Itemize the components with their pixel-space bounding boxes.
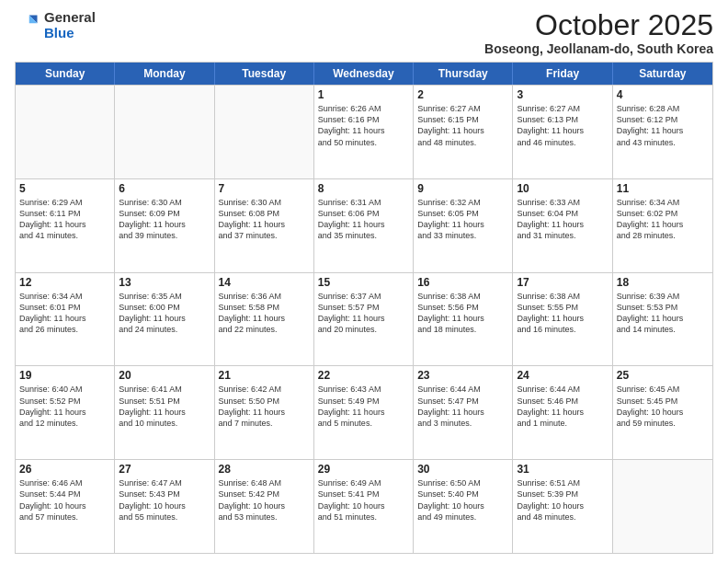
calendar-cell: 18Sunrise: 6:39 AM Sunset: 5:53 PM Dayli…: [613, 273, 712, 366]
calendar-cell: [16, 86, 115, 178]
cell-info: Sunrise: 6:31 AM Sunset: 6:06 PM Dayligh…: [318, 197, 409, 242]
cell-info: Sunrise: 6:33 AM Sunset: 6:04 PM Dayligh…: [517, 197, 608, 242]
cell-info: Sunrise: 6:28 AM Sunset: 6:12 PM Dayligh…: [617, 103, 709, 148]
day-number: 22: [318, 369, 409, 382]
logo-text: General Blue: [44, 9, 96, 41]
cell-info: Sunrise: 6:39 AM Sunset: 5:53 PM Dayligh…: [617, 291, 709, 336]
header-cell-sunday: Sunday: [16, 63, 115, 85]
day-number: 5: [19, 182, 110, 195]
cell-info: Sunrise: 6:44 AM Sunset: 5:47 PM Dayligh…: [417, 384, 508, 429]
calendar-cell: [115, 86, 214, 178]
calendar-cell: 4Sunrise: 6:28 AM Sunset: 6:12 PM Daylig…: [613, 86, 712, 178]
day-number: 13: [119, 276, 210, 289]
day-number: 18: [617, 276, 709, 289]
cell-info: Sunrise: 6:30 AM Sunset: 6:08 PM Dayligh…: [219, 197, 310, 242]
cell-info: Sunrise: 6:40 AM Sunset: 5:52 PM Dayligh…: [19, 384, 110, 429]
calendar-cell: 15Sunrise: 6:37 AM Sunset: 5:57 PM Dayli…: [314, 273, 414, 366]
calendar-row-4: 26Sunrise: 6:46 AM Sunset: 5:44 PM Dayli…: [16, 459, 712, 553]
cell-info: Sunrise: 6:46 AM Sunset: 5:44 PM Dayligh…: [19, 477, 110, 523]
day-number: 20: [119, 369, 210, 382]
cell-info: Sunrise: 6:44 AM Sunset: 5:46 PM Dayligh…: [517, 384, 608, 429]
calendar-body: 1Sunrise: 6:26 AM Sunset: 6:16 PM Daylig…: [16, 85, 712, 553]
calendar-cell: 13Sunrise: 6:35 AM Sunset: 6:00 PM Dayli…: [115, 273, 214, 366]
day-number: 6: [119, 182, 210, 195]
calendar-cell: 31Sunrise: 6:51 AM Sunset: 5:39 PM Dayli…: [513, 460, 612, 553]
cell-info: Sunrise: 6:35 AM Sunset: 6:00 PM Dayligh…: [119, 291, 210, 336]
calendar-cell: 16Sunrise: 6:38 AM Sunset: 5:56 PM Dayli…: [414, 273, 513, 366]
day-number: 12: [19, 276, 110, 289]
day-number: 11: [617, 182, 709, 195]
header-cell-saturday: Saturday: [613, 63, 712, 85]
day-number: 10: [517, 182, 608, 195]
cell-info: Sunrise: 6:32 AM Sunset: 6:05 PM Dayligh…: [417, 197, 508, 242]
day-number: 9: [417, 182, 508, 195]
day-number: 28: [219, 463, 310, 476]
day-number: 7: [219, 182, 310, 195]
calendar-cell: 23Sunrise: 6:44 AM Sunset: 5:47 PM Dayli…: [414, 366, 513, 459]
calendar-cell: 10Sunrise: 6:33 AM Sunset: 6:04 PM Dayli…: [513, 179, 612, 272]
day-number: 4: [617, 88, 709, 101]
cell-info: Sunrise: 6:27 AM Sunset: 6:15 PM Dayligh…: [417, 103, 508, 148]
header-cell-monday: Monday: [115, 63, 214, 85]
cell-info: Sunrise: 6:42 AM Sunset: 5:50 PM Dayligh…: [219, 384, 310, 429]
day-number: 24: [517, 369, 608, 382]
title-block: October 2025 Boseong, Jeollanam-do, Sout…: [484, 9, 713, 56]
calendar-row-2: 12Sunrise: 6:34 AM Sunset: 6:01 PM Dayli…: [16, 272, 712, 366]
cell-info: Sunrise: 6:49 AM Sunset: 5:41 PM Dayligh…: [318, 477, 409, 523]
cell-info: Sunrise: 6:34 AM Sunset: 6:01 PM Dayligh…: [19, 291, 110, 336]
calendar-cell: 24Sunrise: 6:44 AM Sunset: 5:46 PM Dayli…: [513, 366, 612, 459]
cell-info: Sunrise: 6:34 AM Sunset: 6:02 PM Dayligh…: [617, 197, 709, 242]
cell-info: Sunrise: 6:29 AM Sunset: 6:11 PM Dayligh…: [19, 197, 110, 242]
day-number: 2: [417, 88, 508, 101]
header-cell-thursday: Thursday: [414, 63, 513, 85]
cell-info: Sunrise: 6:36 AM Sunset: 5:58 PM Dayligh…: [219, 291, 310, 336]
calendar-cell: 8Sunrise: 6:31 AM Sunset: 6:06 PM Daylig…: [314, 179, 414, 272]
header-cell-tuesday: Tuesday: [215, 63, 314, 85]
calendar-cell: 6Sunrise: 6:30 AM Sunset: 6:09 PM Daylig…: [115, 179, 214, 272]
calendar-cell: 17Sunrise: 6:38 AM Sunset: 5:55 PM Dayli…: [513, 273, 612, 366]
day-number: 16: [417, 276, 508, 289]
day-number: 23: [417, 369, 508, 382]
logo-blue: Blue: [44, 25, 96, 40]
calendar-cell: [613, 460, 712, 553]
day-number: 8: [318, 182, 409, 195]
calendar-header-row: SundayMondayTuesdayWednesdayThursdayFrid…: [16, 63, 712, 85]
cell-info: Sunrise: 6:30 AM Sunset: 6:09 PM Dayligh…: [119, 197, 210, 242]
day-number: 21: [219, 369, 310, 382]
day-number: 30: [417, 463, 508, 476]
calendar-row-0: 1Sunrise: 6:26 AM Sunset: 6:16 PM Daylig…: [16, 85, 712, 178]
location: Boseong, Jeollanam-do, South Korea: [484, 41, 713, 56]
cell-info: Sunrise: 6:26 AM Sunset: 6:16 PM Dayligh…: [318, 103, 409, 148]
day-number: 3: [517, 88, 608, 101]
day-number: 31: [517, 463, 608, 476]
logo-icon: [15, 12, 40, 38]
cell-info: Sunrise: 6:27 AM Sunset: 6:13 PM Dayligh…: [517, 103, 608, 148]
calendar-cell: 22Sunrise: 6:43 AM Sunset: 5:49 PM Dayli…: [314, 366, 414, 459]
header-cell-friday: Friday: [513, 63, 612, 85]
cell-info: Sunrise: 6:47 AM Sunset: 5:43 PM Dayligh…: [119, 477, 210, 523]
calendar-cell: 26Sunrise: 6:46 AM Sunset: 5:44 PM Dayli…: [16, 460, 115, 553]
calendar-cell: 11Sunrise: 6:34 AM Sunset: 6:02 PM Dayli…: [613, 179, 712, 272]
cell-info: Sunrise: 6:50 AM Sunset: 5:40 PM Dayligh…: [417, 477, 508, 523]
day-number: 26: [19, 463, 110, 476]
header: General Blue October 2025 Boseong, Jeoll…: [15, 9, 713, 56]
cell-info: Sunrise: 6:45 AM Sunset: 5:45 PM Dayligh…: [617, 384, 709, 429]
month-title: October 2025: [484, 9, 713, 41]
day-number: 17: [517, 276, 608, 289]
header-cell-wednesday: Wednesday: [314, 63, 414, 85]
calendar-cell: 2Sunrise: 6:27 AM Sunset: 6:15 PM Daylig…: [414, 86, 513, 178]
logo: General Blue: [15, 9, 96, 41]
day-number: 1: [318, 88, 409, 101]
page: General Blue October 2025 Boseong, Jeoll…: [0, 0, 728, 563]
cell-info: Sunrise: 6:43 AM Sunset: 5:49 PM Dayligh…: [318, 384, 409, 429]
day-number: 19: [19, 369, 110, 382]
cell-info: Sunrise: 6:37 AM Sunset: 5:57 PM Dayligh…: [318, 291, 409, 336]
calendar-cell: 12Sunrise: 6:34 AM Sunset: 6:01 PM Dayli…: [16, 273, 115, 366]
calendar-cell: 14Sunrise: 6:36 AM Sunset: 5:58 PM Dayli…: [215, 273, 314, 366]
calendar-cell: 7Sunrise: 6:30 AM Sunset: 6:08 PM Daylig…: [215, 179, 314, 272]
day-number: 14: [219, 276, 310, 289]
logo-general: General: [44, 9, 96, 25]
calendar-cell: 29Sunrise: 6:49 AM Sunset: 5:41 PM Dayli…: [314, 460, 414, 553]
day-number: 29: [318, 463, 409, 476]
calendar-cell: 20Sunrise: 6:41 AM Sunset: 5:51 PM Dayli…: [115, 366, 214, 459]
